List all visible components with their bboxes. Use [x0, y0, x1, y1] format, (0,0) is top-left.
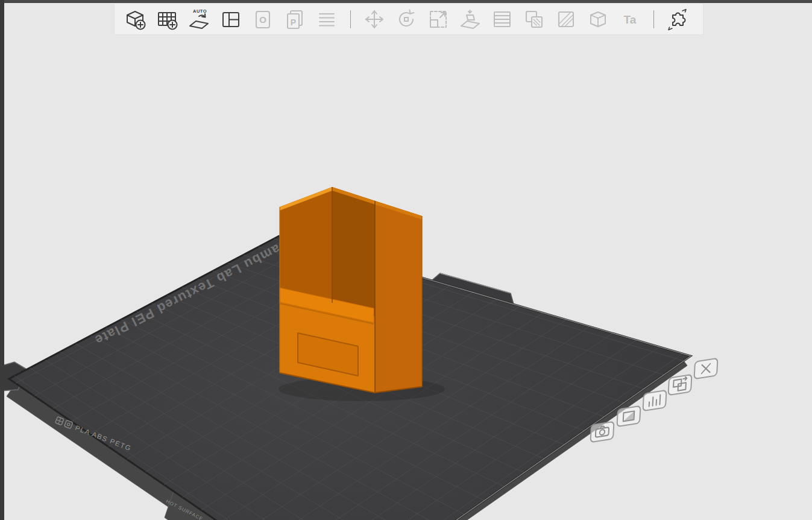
move-button[interactable]	[361, 5, 388, 33]
lay-flat-button[interactable]	[457, 5, 483, 33]
texture-button[interactable]	[553, 5, 579, 33]
svg-text:AUTO: AUTO	[193, 8, 207, 14]
plate-settings-icon[interactable]	[617, 406, 640, 427]
move-icon	[362, 7, 386, 31]
process-page-icon: P	[283, 7, 307, 31]
paint-icon	[522, 7, 546, 31]
slicer-window: Bambu Lab Textured PEI Plate PLA ABS PET…	[0, 0, 812, 520]
orient-page-icon: O	[251, 7, 275, 31]
add-plate-icon	[155, 7, 179, 31]
toolbar-separator	[350, 10, 351, 28]
seam-layers-button[interactable]	[489, 5, 515, 33]
add-model-button[interactable]	[122, 5, 148, 33]
plate-delete-icon[interactable]	[694, 358, 717, 379]
object-list-button[interactable]	[313, 5, 340, 33]
svg-text:O: O	[259, 14, 266, 25]
auto-orient-icon: AUTO	[187, 7, 211, 31]
plate-duplicate-icon[interactable]	[668, 375, 691, 396]
split-layout-button[interactable]	[218, 5, 244, 33]
text-tool-button[interactable]: Ta	[617, 5, 643, 33]
wireframe-cube-button[interactable]	[585, 5, 611, 33]
viewport-3d[interactable]: Bambu Lab Textured PEI Plate PLA ABS PET…	[0, 0, 812, 520]
window-left-edge	[0, 0, 4, 520]
svg-text:Ta: Ta	[624, 13, 637, 26]
model-right-face	[375, 201, 422, 393]
text-tool-icon: Ta	[618, 7, 642, 31]
orient-page-button[interactable]: O	[250, 5, 276, 33]
process-page-button[interactable]: P	[282, 5, 308, 33]
model-inner-right-face	[332, 187, 375, 316]
plugin-puzzle-icon	[666, 7, 690, 31]
object-list-icon	[315, 7, 339, 31]
add-plate-button[interactable]	[154, 5, 180, 33]
texture-icon	[554, 7, 578, 31]
wireframe-cube-icon	[586, 7, 610, 31]
auto-orient-button[interactable]: AUTO	[186, 5, 212, 33]
split-layout-icon	[219, 7, 243, 31]
svg-text:P: P	[291, 17, 296, 27]
model-object[interactable]	[280, 187, 422, 393]
toolbar-separator	[653, 10, 654, 28]
seam-layers-icon	[490, 7, 514, 31]
scale-icon	[426, 7, 450, 31]
main-toolbar: AUTO O P	[114, 3, 703, 35]
lay-flat-icon	[458, 7, 482, 31]
paint-button[interactable]	[521, 5, 547, 33]
plate-camera-icon[interactable]	[590, 422, 614, 443]
rotate-icon	[394, 7, 418, 31]
scale-button[interactable]	[425, 5, 452, 33]
add-model-icon	[123, 7, 147, 31]
plate-stats-icon[interactable]	[643, 390, 666, 411]
rotate-button[interactable]	[393, 5, 420, 33]
plugin-puzzle-button[interactable]	[664, 5, 691, 33]
